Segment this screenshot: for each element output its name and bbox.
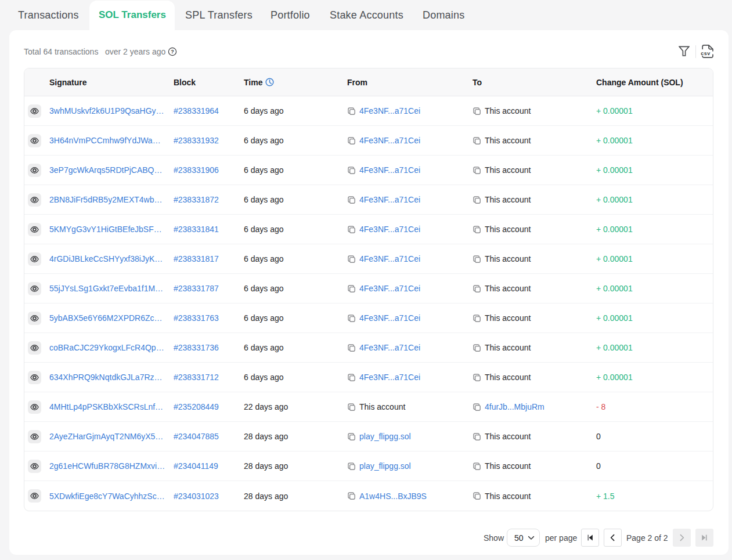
svg-text:?: ? bbox=[171, 49, 174, 55]
svg-text:csv: csv bbox=[701, 50, 711, 56]
